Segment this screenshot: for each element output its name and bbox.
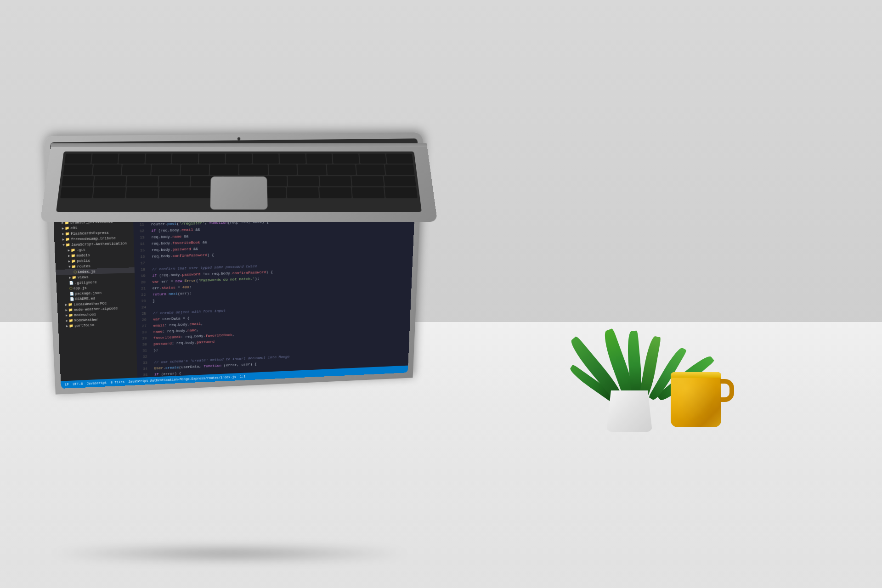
key[interactable] xyxy=(298,165,327,175)
folder-icon: 📁 xyxy=(69,324,74,328)
key[interactable] xyxy=(119,154,145,164)
key[interactable] xyxy=(91,154,118,164)
sidebar-item-label: nodeschool xyxy=(74,312,96,317)
key[interactable] xyxy=(126,176,158,187)
laptop: log.md index.js Project ▼ 📁 xyxy=(23,147,464,469)
key[interactable] xyxy=(360,154,386,164)
key[interactable] xyxy=(94,176,126,187)
sidebar-item-label: models xyxy=(77,253,90,257)
key[interactable] xyxy=(386,154,413,164)
key[interactable] xyxy=(126,187,158,198)
key[interactable] xyxy=(63,165,92,175)
key[interactable] xyxy=(327,165,356,175)
folder-icon: 📁 xyxy=(65,232,70,236)
key[interactable] xyxy=(385,165,414,175)
sidebar-item-label: .gitignore xyxy=(74,280,97,285)
folder-icon: 📁 xyxy=(69,318,74,322)
status-files: 0 files xyxy=(110,380,124,384)
key[interactable] xyxy=(172,154,198,164)
key-row xyxy=(64,154,413,164)
chevron-right-icon: ▶ xyxy=(66,313,68,317)
key[interactable] xyxy=(333,154,359,164)
key[interactable] xyxy=(151,165,180,175)
key[interactable] xyxy=(93,187,126,198)
folder-icon: 📁 xyxy=(71,248,75,252)
file-icon: 📄 xyxy=(70,297,74,301)
key[interactable] xyxy=(288,176,319,187)
chevron-right-icon: ▶ xyxy=(68,259,70,263)
plant-pot xyxy=(606,390,652,432)
key[interactable] xyxy=(181,165,209,175)
folder-icon: 📁 xyxy=(68,302,73,306)
key[interactable] xyxy=(210,165,238,175)
mug-body xyxy=(671,372,721,427)
sidebar-item-label: FlashcardsExpress xyxy=(71,231,109,236)
key[interactable] xyxy=(158,176,190,187)
chevron-right-icon: ▶ xyxy=(65,303,68,307)
sidebar-item-label: package.json xyxy=(75,291,102,295)
key[interactable] xyxy=(199,154,225,164)
laptop-keyboard xyxy=(40,147,438,222)
chevron-right-icon: ▶ xyxy=(69,276,71,280)
folder-icon: 📁 xyxy=(65,226,69,230)
mug xyxy=(671,368,726,427)
key[interactable] xyxy=(351,176,384,187)
key[interactable] xyxy=(306,154,333,164)
chevron-right-icon: ▶ xyxy=(68,248,70,252)
chevron-right-icon: ▶ xyxy=(62,237,65,241)
mug-rim xyxy=(671,372,721,378)
chevron-right-icon: ▶ xyxy=(62,232,64,236)
key[interactable] xyxy=(384,176,416,187)
folder-icon: 📁 xyxy=(71,259,76,263)
chevron-right-icon: ▶ xyxy=(66,324,68,328)
key[interactable] xyxy=(64,154,91,164)
sidebar-item-label: app.js xyxy=(74,286,87,290)
status-encoding: LF xyxy=(65,383,69,387)
sidebar-item-label: LocalWeatherFCC xyxy=(74,301,107,306)
chevron-right-icon: ▶ xyxy=(62,226,64,230)
folder-icon: 📁 xyxy=(68,308,73,312)
key-row xyxy=(63,165,414,175)
sidebar-item-label: c01 xyxy=(70,226,77,230)
key[interactable] xyxy=(253,154,279,164)
chevron-right-icon: ▶ xyxy=(68,254,70,258)
file-icon: 📄 xyxy=(69,292,74,296)
key[interactable] xyxy=(62,176,94,187)
folder-icon: 📁 xyxy=(68,313,73,317)
sidebar-item-label: .git xyxy=(76,248,85,252)
sidebar-item-label: NodeWeather xyxy=(74,317,99,322)
key[interactable] xyxy=(60,187,93,198)
laptop-webcam xyxy=(237,137,240,141)
key[interactable] xyxy=(319,176,351,187)
chevron-right-icon: ▶ xyxy=(66,319,68,323)
key[interactable] xyxy=(145,154,172,164)
chevron-down-icon: ▼ xyxy=(62,243,65,247)
key[interactable] xyxy=(269,165,297,175)
status-position: 1:1 xyxy=(240,375,246,379)
laptop-shadow xyxy=(46,544,413,563)
key[interactable] xyxy=(384,187,418,198)
key[interactable] xyxy=(92,165,122,175)
key[interactable] xyxy=(226,154,252,164)
key[interactable] xyxy=(287,187,319,198)
sidebar-item-label: freecodecamp_tribute xyxy=(71,236,116,241)
mug-handle xyxy=(720,379,734,402)
key[interactable] xyxy=(352,187,384,198)
key[interactable] xyxy=(319,187,352,198)
status-charset: UTF-8 xyxy=(73,382,83,386)
sidebar-item-label: README.md xyxy=(75,296,96,301)
key[interactable] xyxy=(279,154,305,164)
folder-icon: 📁 xyxy=(72,275,77,279)
folder-icon: 📁 xyxy=(66,243,70,247)
status-language: JavaScript xyxy=(86,381,107,385)
touchpad[interactable] xyxy=(210,176,267,209)
key[interactable] xyxy=(122,165,151,175)
mug-texture xyxy=(671,372,721,427)
chevron-down-icon: ▼ xyxy=(68,265,71,269)
sidebar-item-label: public xyxy=(77,259,90,263)
key[interactable] xyxy=(356,165,385,175)
folder-icon: 📁 xyxy=(71,254,76,258)
file-icon: 📄 xyxy=(69,281,74,285)
key[interactable] xyxy=(239,165,268,175)
sidebar-item-label: index.js xyxy=(78,269,96,274)
